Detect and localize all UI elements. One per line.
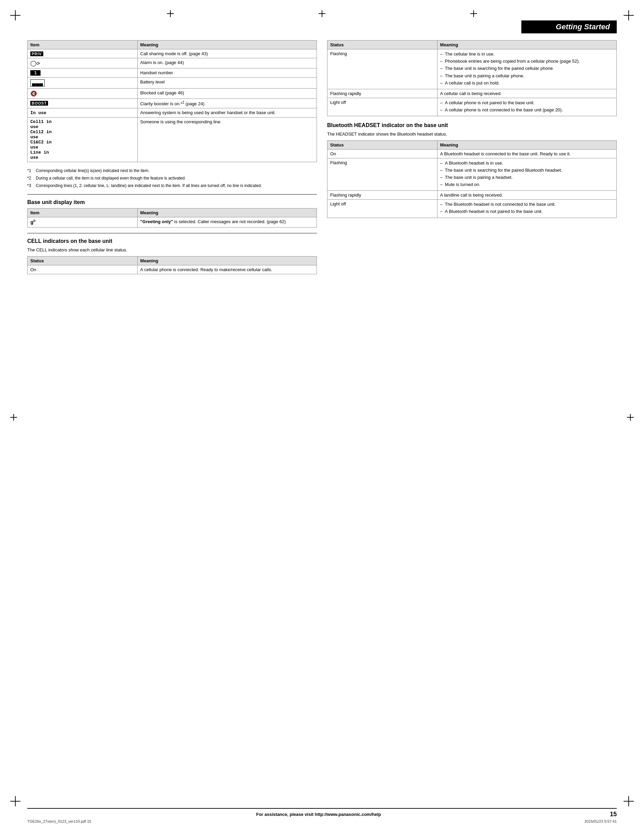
bt-col-status: Status bbox=[327, 140, 437, 149]
meaning-battery: Battery level bbox=[137, 78, 317, 89]
ci-col-status: Status bbox=[28, 256, 138, 265]
bu-col-meaning: Meaning bbox=[137, 208, 317, 217]
status-flashing-rapidly: Flashing rapidly bbox=[327, 89, 437, 98]
item-inuse: In use bbox=[28, 108, 138, 118]
left-column: Item Meaning PRIV Call sharing mode is o… bbox=[27, 40, 317, 280]
item-blocked: 🔇 bbox=[28, 89, 138, 99]
meaning-boost: Clarity booster is on.*2 (page 24) bbox=[137, 99, 317, 108]
cross-top-left bbox=[167, 10, 174, 17]
cell-status-table: Status Meaning Flashing The cellular lin… bbox=[327, 40, 617, 116]
cell-indicators-table: Status Meaning On A cellular phone is co… bbox=[27, 256, 317, 274]
table-row: 🔇 Blocked call (page 46) bbox=[28, 89, 317, 99]
bt-status-on: On bbox=[327, 149, 437, 158]
bu-col-item: Item bbox=[28, 208, 138, 217]
meaning-on-cell: A cellular phone is connected. Ready to … bbox=[137, 265, 317, 274]
main-table: Item Meaning PRIV Call sharing mode is o… bbox=[27, 40, 317, 162]
corner-mark-br bbox=[620, 793, 634, 806]
bluetooth-heading: Bluetooth HEADSET indicator on the base … bbox=[327, 122, 617, 128]
col-item: Item bbox=[28, 41, 138, 49]
status-light-off: Light off bbox=[327, 98, 437, 116]
table-row: go "Greeting only" is selected. Caller m… bbox=[28, 217, 317, 228]
footer-text: For assistance, please visit http://www.… bbox=[27, 812, 610, 817]
table-row: Flashing The cellular line is in use. Ph… bbox=[327, 49, 617, 89]
page: Getting Started Item Meaning PRIV Call s… bbox=[0, 0, 644, 837]
base-unit-table: Item Meaning go "Greeting only" is selec… bbox=[27, 208, 317, 228]
bt-status-flashing: Flashing bbox=[327, 158, 437, 191]
cross-top-right bbox=[470, 10, 477, 17]
meaning-cell-multi: Someone is using the corresponding line. bbox=[137, 118, 317, 162]
table-row: ◯⟳ Alarm is on. (page 44) bbox=[28, 58, 317, 69]
table-row: Light off The Bluetooth headset is not c… bbox=[327, 200, 617, 218]
corner-mark-tr bbox=[620, 10, 634, 24]
meaning-go: "Greeting only" is selected. Caller mess… bbox=[137, 217, 317, 228]
meaning-blocked: Blocked call (page 46) bbox=[137, 89, 317, 99]
bluetooth-section: Bluetooth HEADSET indicator on the base … bbox=[327, 122, 617, 218]
table-row: In use Answering system is being used by… bbox=[28, 108, 317, 118]
item-cell-multi: Cell1 inuse Cell2 inuse C1&C2 inuse Line… bbox=[28, 118, 138, 162]
corner-mark-bl bbox=[10, 793, 24, 806]
base-unit-heading: Base unit display item bbox=[27, 199, 317, 205]
meaning-light-off: A cellular phone is not paired to the ba… bbox=[437, 98, 616, 116]
meaning-flashing: The cellular line is in use. Phonebook e… bbox=[437, 49, 616, 89]
cs-col-meaning: Meaning bbox=[437, 41, 616, 49]
meaning-inuse: Answering system is being used by anothe… bbox=[137, 108, 317, 118]
footer-line: For assistance, please visit http://www.… bbox=[27, 808, 617, 818]
item-go: go bbox=[28, 217, 138, 228]
footer-meta-left: TGE26x_27x(en)_0123_ver110.pdf 15 bbox=[27, 819, 91, 823]
table-row: ▄▄▄ Battery level bbox=[28, 78, 317, 89]
footnote-2: *2 During a cellular call, the item is n… bbox=[27, 175, 317, 181]
table-row: On A cellular phone is connected. Ready … bbox=[28, 265, 317, 274]
bt-meaning-light-off: The Bluetooth headset is not connected t… bbox=[437, 200, 616, 218]
footer-meta: TGE26x_27x(en)_0123_ver110.pdf 15 2015/0… bbox=[27, 819, 617, 823]
table-row: Flashing rapidly A landline call is bein… bbox=[327, 191, 617, 200]
table-row: Light off A cellular phone is not paired… bbox=[327, 98, 617, 116]
item-boost: BOOST bbox=[28, 99, 138, 108]
table-row: Cell1 inuse Cell2 inuse C1&C2 inuse Line… bbox=[28, 118, 317, 162]
meaning-handset: Handset number bbox=[137, 69, 317, 78]
cell-indicators-desc: The CELL indicators show each cellular l… bbox=[27, 247, 317, 253]
meaning-priv: Call sharing mode is off. (page 43) bbox=[137, 49, 317, 58]
meaning-flashing-rapidly: A cellular call is being received. bbox=[437, 89, 616, 98]
page-title: Getting Started bbox=[521, 20, 617, 33]
item-battery: ▄▄▄ bbox=[28, 78, 138, 89]
page-footer: For assistance, please visit http://www.… bbox=[0, 808, 644, 823]
item-handset: 1 bbox=[28, 69, 138, 78]
bluetooth-table: Status Meaning On A Bluetooth headset is… bbox=[327, 140, 617, 218]
footnotes: *1 Corresponding cellular line(s) is(are… bbox=[27, 167, 317, 189]
divider-1 bbox=[27, 194, 317, 195]
item-alarm: ◯⟳ bbox=[28, 58, 138, 69]
corner-mark-tl bbox=[10, 10, 24, 24]
bt-meaning-flashing-rapidly: A landline call is being received. bbox=[437, 191, 616, 200]
footer-meta-right: 2015/01/23 9:57:41 bbox=[584, 819, 617, 823]
item-priv: PRIV bbox=[28, 49, 138, 58]
footnote-3: *3 Corresponding lines (1, 2: cellular l… bbox=[27, 182, 317, 189]
cross-top-center bbox=[319, 10, 325, 17]
bt-col-meaning: Meaning bbox=[437, 140, 616, 149]
cell-indicators-heading: CELL indicators on the base unit bbox=[27, 238, 317, 244]
bt-status-flashing-rapidly: Flashing rapidly bbox=[327, 191, 437, 200]
right-column: Status Meaning Flashing The cellular lin… bbox=[327, 40, 617, 280]
table-row: PRIV Call sharing mode is off. (page 43) bbox=[28, 49, 317, 58]
main-content: Item Meaning PRIV Call sharing mode is o… bbox=[27, 40, 617, 280]
col-meaning: Meaning bbox=[137, 41, 317, 49]
status-on: On bbox=[28, 265, 138, 274]
footnote-1: *1 Corresponding cellular line(s) is(are… bbox=[27, 167, 317, 174]
bt-status-light-off: Light off bbox=[327, 200, 437, 218]
page-header: Getting Started bbox=[27, 20, 617, 33]
footer-page-number: 15 bbox=[610, 811, 617, 818]
table-row: 1 Handset number bbox=[28, 69, 317, 78]
bluetooth-desc: The HEADSET indicator shows the Bluetoot… bbox=[327, 131, 617, 137]
table-row: Flashing rapidly A cellular call is bein… bbox=[327, 89, 617, 98]
cross-mid-left bbox=[10, 414, 17, 421]
table-row: On A Bluetooth headset is connected to t… bbox=[327, 149, 617, 158]
table-row: Flashing A Bluetooth headset is in use. … bbox=[327, 158, 617, 191]
meaning-alarm: Alarm is on. (page 44) bbox=[137, 58, 317, 69]
cs-col-status: Status bbox=[327, 41, 437, 49]
bt-meaning-flashing: A Bluetooth headset is in use. The base … bbox=[437, 158, 616, 191]
table-row: BOOST Clarity booster is on.*2 (page 24) bbox=[28, 99, 317, 108]
status-flashing: Flashing bbox=[327, 49, 437, 89]
divider-2 bbox=[27, 233, 317, 233]
ci-col-meaning: Meaning bbox=[137, 256, 317, 265]
bt-meaning-on: A Bluetooth headset is connected to the … bbox=[437, 149, 616, 158]
cross-mid-right bbox=[627, 414, 634, 421]
